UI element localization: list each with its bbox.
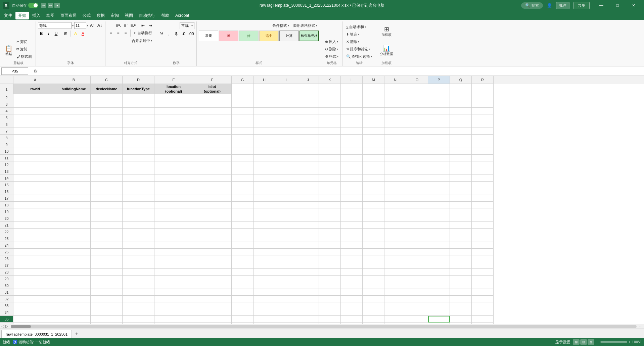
cell-K9[interactable] (319, 141, 341, 148)
find-dropdown[interactable]: ▾ (371, 55, 372, 58)
cell-A33[interactable] (13, 302, 57, 309)
cell-R22[interactable] (472, 229, 494, 235)
cell-K20[interactable] (319, 215, 341, 222)
cell-I36[interactable] (275, 323, 297, 324)
cell-I27[interactable] (275, 262, 297, 269)
cell-G8[interactable] (232, 135, 254, 141)
row-header-33[interactable]: 33 (0, 302, 13, 309)
cell-J14[interactable] (297, 175, 319, 182)
cell-L19[interactable] (341, 208, 363, 215)
row-header-13[interactable]: 13 (0, 168, 13, 175)
cell-M11[interactable] (363, 155, 384, 161)
cell-D4[interactable] (123, 108, 154, 114)
cell-H3[interactable] (254, 101, 275, 108)
cell-A6[interactable] (13, 121, 57, 128)
align-center[interactable]: ≡ (115, 30, 122, 36)
cell-P29[interactable] (428, 276, 450, 282)
cell-O20[interactable] (406, 215, 428, 222)
cell-R12[interactable] (472, 161, 494, 168)
cell-N25[interactable] (384, 249, 406, 255)
cell-P19[interactable] (428, 208, 450, 215)
col-header-A[interactable]: A (13, 76, 57, 84)
cell-H13[interactable] (254, 168, 275, 175)
table-format-button[interactable]: 套用表格格式▾ (291, 22, 319, 29)
cell-E35[interactable] (154, 316, 193, 323)
align-top-left[interactable]: ≡↖ (115, 22, 122, 29)
cell-I20[interactable] (275, 215, 297, 222)
quick-access-dropdown[interactable]: ▾ (54, 3, 60, 8)
cell-Q9[interactable] (450, 141, 472, 148)
cell-O32[interactable] (406, 296, 428, 302)
cell-G20[interactable] (232, 215, 254, 222)
cell-Q34[interactable] (450, 309, 472, 316)
increase-indent[interactable]: ⇥ (147, 22, 154, 29)
cell-F36[interactable] (193, 323, 232, 324)
cell-I24[interactable] (275, 242, 297, 249)
cell-G11[interactable] (232, 155, 254, 161)
style-good[interactable]: 好 (239, 31, 259, 41)
cell-P18[interactable] (428, 202, 450, 208)
cell-J31[interactable] (297, 289, 319, 296)
cell-R14[interactable] (472, 175, 494, 182)
cell-D15[interactable] (123, 182, 154, 188)
cell-O26[interactable] (406, 255, 428, 262)
cell-H5[interactable] (254, 114, 275, 121)
cell-N20[interactable] (384, 215, 406, 222)
cell-E15[interactable] (154, 182, 193, 188)
cell-I17[interactable] (275, 195, 297, 202)
cell-B17[interactable] (57, 195, 91, 202)
number-format-box[interactable]: 常规 ▾ (180, 22, 194, 29)
cell-H30[interactable] (254, 282, 275, 289)
cell-L13[interactable] (341, 168, 363, 175)
wrap-text-button[interactable]: ↵ 自动换行 (132, 30, 154, 37)
cell-P24[interactable] (428, 242, 450, 249)
cell-J3[interactable] (297, 101, 319, 108)
cell-A25[interactable] (13, 249, 57, 255)
cell-A34[interactable] (13, 309, 57, 316)
cell-D34[interactable] (123, 309, 154, 316)
cell-O22[interactable] (406, 229, 428, 235)
cell-L6[interactable] (341, 121, 363, 128)
cell-O23[interactable] (406, 235, 428, 242)
cell-M14[interactable] (363, 175, 384, 182)
cell-M22[interactable] (363, 229, 384, 235)
cell-I7[interactable] (275, 128, 297, 135)
close-button[interactable]: ✕ (626, 0, 641, 11)
cell-B25[interactable] (57, 249, 91, 255)
cell-N13[interactable] (384, 168, 406, 175)
cell-L21[interactable] (341, 222, 363, 229)
cell-D30[interactable] (123, 282, 154, 289)
cell-L31[interactable] (341, 289, 363, 296)
cell-H25[interactable] (254, 249, 275, 255)
cell-H7[interactable] (254, 128, 275, 135)
cell-L20[interactable] (341, 215, 363, 222)
cell-L14[interactable] (341, 175, 363, 182)
cell-G3[interactable] (232, 101, 254, 108)
cell-C33[interactable] (91, 302, 123, 309)
cell-E23[interactable] (154, 235, 193, 242)
cell-G18[interactable] (232, 202, 254, 208)
cell-O9[interactable] (406, 141, 428, 148)
cell-L10[interactable] (341, 148, 363, 155)
cell-A22[interactable] (13, 229, 57, 235)
cell-M34[interactable] (363, 309, 384, 316)
cell-J1[interactable] (297, 84, 319, 94)
cell-L28[interactable] (341, 269, 363, 276)
cell-H18[interactable] (254, 202, 275, 208)
row-header-28[interactable]: 28 (0, 269, 13, 276)
cell-E25[interactable] (154, 249, 193, 255)
cell-O30[interactable] (406, 282, 428, 289)
cell-P17[interactable] (428, 195, 450, 202)
cell-E7[interactable] (154, 128, 193, 135)
comma-button[interactable]: , (166, 31, 172, 37)
style-normal[interactable]: 常规 (199, 31, 218, 41)
cell-E12[interactable] (154, 161, 193, 168)
cell-C11[interactable] (91, 155, 123, 161)
cell-H17[interactable] (254, 195, 275, 202)
cell-L17[interactable] (341, 195, 363, 202)
cell-A35[interactable] (13, 316, 57, 323)
cell-B21[interactable] (57, 222, 91, 229)
cell-M20[interactable] (363, 215, 384, 222)
cell-Q8[interactable] (450, 135, 472, 141)
cell-A7[interactable] (13, 128, 57, 135)
